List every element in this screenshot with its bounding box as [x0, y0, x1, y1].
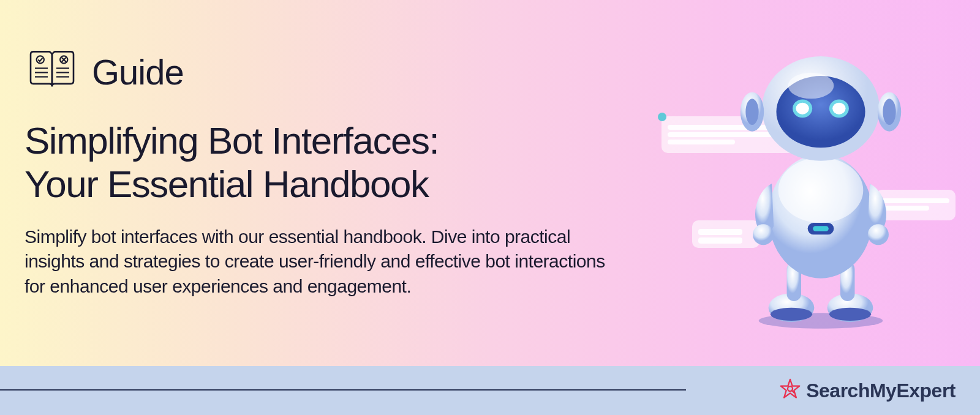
star-icon — [779, 378, 801, 403]
svg-point-11 — [771, 308, 812, 321]
footer-divider — [0, 389, 686, 391]
title-line-2: Your Essential Handbook — [24, 163, 428, 205]
guide-label-row: Guide — [24, 49, 612, 94]
svg-point-12 — [829, 308, 871, 321]
svg-point-31 — [788, 73, 834, 99]
content-area: Guide Simplifying Bot Interfaces: Your E… — [24, 49, 612, 299]
svg-point-24 — [745, 99, 758, 125]
svg-point-19 — [753, 224, 774, 245]
svg-rect-18 — [813, 226, 829, 231]
book-icon — [24, 49, 80, 94]
svg-point-30 — [832, 103, 845, 114]
brand-logo: SearchMyExpert — [779, 378, 956, 403]
svg-point-25 — [883, 99, 895, 125]
main-title: Simplifying Bot Interfaces: Your Essenti… — [24, 119, 612, 206]
brand-name: SearchMyExpert — [806, 379, 956, 402]
hero-banner: Guide Simplifying Bot Interfaces: Your E… — [0, 0, 980, 366]
robot-illustration — [649, 37, 943, 343]
guide-label-text: Guide — [92, 51, 184, 92]
footer-bar: SearchMyExpert — [0, 366, 980, 415]
robot-icon — [723, 37, 919, 331]
svg-point-16 — [778, 157, 864, 223]
svg-point-20 — [868, 224, 889, 245]
title-line-1: Simplifying Bot Interfaces: — [24, 119, 439, 162]
svg-point-28 — [796, 103, 809, 114]
description-text: Simplify bot interfaces with our essenti… — [24, 225, 612, 299]
